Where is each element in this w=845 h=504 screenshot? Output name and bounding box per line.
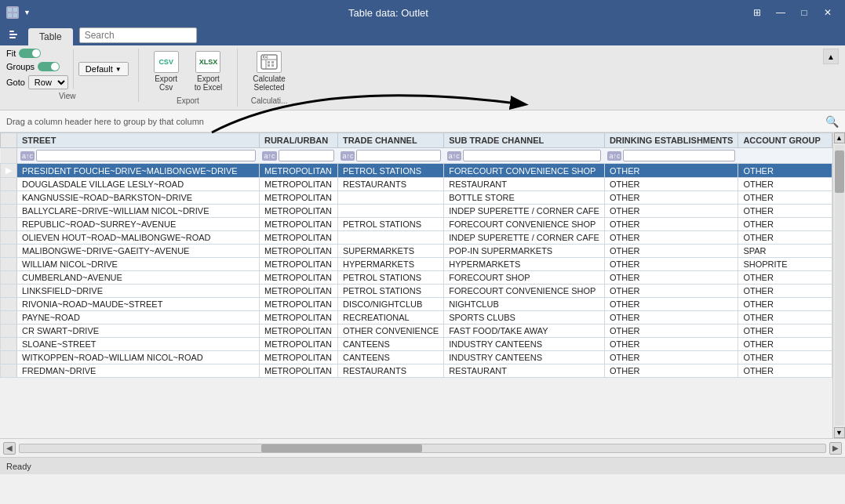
ribbon-collapse-button[interactable]: ▲ [823,49,839,64]
rural-urban-cell: METROPOLITAN [259,325,337,338]
export-excel-button[interactable]: XLSX Exportto Excel [189,49,228,94]
goto-select[interactable]: Row [28,75,68,89]
table-row[interactable]: WITKOPPEN~ROAD~WILLIAM NICOL~ROADMETROPO… [1,351,832,364]
export-csv-button[interactable]: CSV ExportCsv [148,49,184,94]
table-row[interactable]: DOUGLASDALE VILLAGE LESLY~ROADMETROPOLIT… [1,178,832,191]
row-number-cell [1,178,17,191]
ribbon-tabs: Table [0,25,845,45]
search-input[interactable] [79,27,197,43]
row-number-cell [1,325,17,338]
rural-urban-filter-icon: a↑c [262,151,276,161]
rural-urban-cell: METROPOLITAN [259,164,337,178]
street-filter-input[interactable] [36,150,256,161]
status-bar: Ready [0,457,845,474]
drinking-estab-filter-cell: a↑c [604,148,738,164]
rural-urban-filter-cell: a↑c [259,148,337,164]
svg-rect-5 [9,34,17,35]
rural-urban-cell: METROPOLITAN [259,285,337,298]
row-number-cell [1,364,17,378]
table-row[interactable]: ▶PRESIDENT FOUCHE~DRIVE~MALIBONGWE~DRIVE… [1,164,832,178]
hscroll-track[interactable] [19,444,826,453]
rural-urban-cell: METROPOLITAN [259,364,337,378]
calculate-controls: f(x) CalculateSelected [247,49,291,94]
table-inner-scroll[interactable]: STREET RURAL/URBAN TRADE CHANNEL SUB TRA… [0,132,832,438]
trade-channel-cell: PETROL STATIONS [337,218,443,231]
drinking-estab-cell: OTHER [604,351,738,364]
street-cell: KANGNUSSIE~ROAD~BARKSTON~DRIVE [17,191,260,205]
gridview-button[interactable]: ⊞ [746,5,768,20]
rural-urban-header[interactable]: RURAL/URBAN [259,133,337,148]
default-button[interactable]: Default ▼ [78,62,129,76]
drinking-estab-cell: OTHER [604,364,738,378]
ribbon-tab-home[interactable] [3,26,28,45]
table-row[interactable]: PAYNE~ROADMETROPOLITANRECREATIONALSPORTS… [1,311,832,325]
table-row[interactable]: MALIBONGWE~DRIVE~GAEITY~AVENUEMETROPOLIT… [1,245,832,258]
row-number-cell: ▶ [1,164,17,178]
xlsx-icon: XLSX [195,51,220,73]
trade-channel-cell: OTHER CONVENIENCE [337,325,443,338]
minimize-button[interactable]: — [770,5,792,20]
table-row[interactable]: OLIEVEN HOUT~ROAD~MALIBONGWE~ROADMETROPO… [1,231,832,245]
fit-label: Fit [6,49,16,58]
sub-trade-channel-cell: INDUSTRY CANTEENS [444,338,605,351]
table-row[interactable]: SLOANE~STREETMETROPOLITANCANTEENSINDUSTR… [1,338,832,351]
hscroll-thumb[interactable] [261,444,422,452]
calculate-selected-button[interactable]: f(x) CalculateSelected [247,49,291,94]
vscroll-track[interactable] [835,145,844,426]
svg-rect-3 [13,13,17,17]
row-number-cell [1,258,17,271]
vscroll-down-arrow[interactable]: ▼ [834,427,845,438]
maximize-button[interactable]: □ [793,5,815,20]
drinking-filter-input[interactable] [623,150,734,161]
table-row[interactable]: CUMBERLAND~AVENUEMETROPOLITANPETROL STAT… [1,271,832,285]
ribbon-tab-table[interactable]: Table [28,28,73,45]
app-menu-arrow[interactable]: ▼ [24,9,31,16]
filter-row: a↑c a↑c a↑c [1,148,832,164]
drinking-estab-cell: OTHER [604,285,738,298]
sub-trade-channel-header[interactable]: SUB TRADE CHANNEL [444,133,605,148]
table-row[interactable]: CR SWART~DRIVEMETROPOLITANOTHER CONVENIE… [1,325,832,338]
sub-trade-filter-input[interactable] [463,150,602,161]
drinking-estab-header[interactable]: DRINKING ESTABLISHMENTS [604,133,738,148]
account-group-cell: OTHER [738,191,832,205]
street-header[interactable]: STREET [17,133,260,148]
sub-trade-channel-cell: POP-IN SUPERMARKETS [444,245,605,258]
trade-channel-cell: PETROL STATIONS [337,285,443,298]
groups-toggle[interactable] [38,62,60,71]
table-row[interactable]: REPUBLIC~ROAD~SURREY~AVENUEMETROPOLITANP… [1,218,832,231]
status-text: Ready [6,462,31,471]
trade-channel-header[interactable]: TRADE CHANNEL [337,133,443,148]
vscroll-up-arrow[interactable]: ▲ [834,132,845,143]
search-icon[interactable]: 🔍 [825,115,839,128]
street-cell: OLIEVEN HOUT~ROAD~MALIBONGWE~ROAD [17,231,260,245]
table-row[interactable]: LINKSFIELD~DRIVEMETROPOLITANPETROL STATI… [1,285,832,298]
account-group-header[interactable]: ACCOUNT GROUP [738,133,832,148]
row-number-cell [1,311,17,325]
drinking-estab-cell: OTHER [604,325,738,338]
table-row[interactable]: FREDMAN~DRIVEMETROPOLITANRESTAURANTSREST… [1,364,832,378]
drinking-estab-cell: OTHER [604,245,738,258]
rural-urban-cell: METROPOLITAN [259,311,337,325]
rural-urban-filter-input[interactable] [279,150,335,161]
rural-urban-cell: METROPOLITAN [259,191,337,205]
svg-rect-1 [13,8,17,12]
street-cell: DOUGLASDALE VILLAGE LESLY~ROAD [17,178,260,191]
table-row[interactable]: WILLIAM NICOL~DRIVEMETROPOLITANHYPERMARK… [1,258,832,271]
fit-toggle[interactable] [19,49,41,58]
table-row[interactable]: BALLYCLARE~DRIVE~WILLIAM NICOL~DRIVEMETR… [1,205,832,218]
fit-toggle-row: Fit [6,49,68,58]
table-row[interactable]: RIVONIA~ROAD~MAUDE~STREETMETROPOLITANDIS… [1,298,832,311]
svg-rect-4 [9,31,14,32]
close-button[interactable]: ✕ [817,5,839,20]
row-number-cell [1,218,17,231]
trade-channel-filter-icon: a↑c [341,151,355,161]
drinking-estab-cell: OTHER [604,298,738,311]
export-csv-label: ExportCsv [155,74,177,92]
hscroll-left-arrow[interactable]: ◀ [3,442,16,455]
vscroll-thumb[interactable] [835,150,844,193]
street-cell: LINKSFIELD~DRIVE [17,285,260,298]
hscroll-right-arrow[interactable]: ▶ [829,442,842,455]
trade-channel-filter-input[interactable] [356,150,440,161]
filter-row-num [1,148,17,164]
table-row[interactable]: KANGNUSSIE~ROAD~BARKSTON~DRIVEMETROPOLIT… [1,191,832,205]
